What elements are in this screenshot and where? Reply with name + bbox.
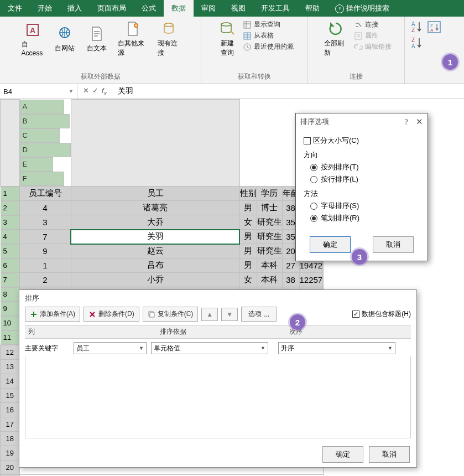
cell[interactable]: 员工 bbox=[71, 186, 239, 201]
has-header-checkbox[interactable]: ✓数据包含标题(H) bbox=[352, 309, 411, 319]
enter-formula-icon[interactable]: ✓ bbox=[92, 86, 98, 96]
cell[interactable]: 关羽 bbox=[71, 230, 239, 244]
cell[interactable]: 小乔 bbox=[71, 273, 239, 287]
cell[interactable]: 3 bbox=[19, 215, 71, 230]
from-access-button[interactable]: A自 Access bbox=[17, 19, 48, 59]
sort-cancel-button[interactable]: 取消 bbox=[369, 446, 410, 463]
connections-button[interactable]: 连接 bbox=[354, 20, 392, 29]
cell[interactable] bbox=[323, 273, 324, 287]
cell[interactable]: 9 bbox=[19, 244, 71, 258]
case-sensitive-checkbox[interactable]: 区分大小写(C) bbox=[304, 136, 420, 146]
tab-dev[interactable]: 开发工具 bbox=[253, 0, 298, 17]
edit-links-button[interactable]: 编辑链接 bbox=[354, 42, 392, 51]
from-web-button[interactable]: 自网站 bbox=[49, 19, 80, 59]
cell[interactable]: 大乔 bbox=[71, 215, 239, 230]
row-header[interactable]: 19 bbox=[1, 446, 20, 460]
show-queries-button[interactable]: 显示查询 bbox=[243, 20, 294, 29]
cell[interactable]: 1 bbox=[19, 258, 71, 273]
col-header[interactable]: F bbox=[20, 172, 64, 186]
col-header[interactable]: A bbox=[20, 100, 64, 114]
cell[interactable]: 诸葛亮 bbox=[71, 201, 239, 215]
sort-column-select[interactable]: 员工▼ bbox=[74, 342, 147, 354]
sort-asc-icon[interactable]: AZ bbox=[409, 20, 424, 34]
add-level-button[interactable]: 添加条件(A) bbox=[25, 307, 80, 322]
options-cancel-button[interactable]: 取消 bbox=[373, 236, 414, 253]
col-header[interactable]: B bbox=[20, 114, 70, 128]
cell[interactable]: 7 bbox=[19, 230, 71, 244]
sort-desc-icon[interactable]: ZA bbox=[409, 36, 424, 50]
tab-file[interactable]: 文件 bbox=[0, 0, 30, 17]
stroke-sort-radio[interactable]: 笔划排序(R) bbox=[304, 213, 420, 223]
name-box[interactable]: B4▼ bbox=[0, 84, 77, 99]
sort-options-button[interactable]: 选项... bbox=[241, 307, 277, 322]
tab-view[interactable]: 视图 bbox=[223, 0, 253, 17]
tab-pagelayout[interactable]: 页面布局 bbox=[90, 0, 134, 17]
existing-conn-button[interactable]: 现有连接 bbox=[153, 19, 184, 59]
col-header[interactable]: D bbox=[20, 143, 71, 157]
cell[interactable]: 4 bbox=[19, 201, 71, 215]
move-up-button[interactable]: ▲ bbox=[201, 308, 218, 321]
row-header[interactable]: 12 bbox=[1, 345, 20, 359]
cell[interactable]: 本科 bbox=[257, 258, 282, 273]
from-table-button[interactable]: 从表格 bbox=[243, 31, 294, 40]
move-down-button[interactable]: ▼ bbox=[221, 308, 238, 321]
cell[interactable]: 男 bbox=[239, 244, 257, 258]
row-header[interactable]: 10 bbox=[1, 316, 19, 330]
cell[interactable]: 博士 bbox=[257, 201, 282, 215]
cell[interactable]: 学历 bbox=[257, 186, 282, 201]
row-header[interactable]: 14 bbox=[1, 374, 20, 388]
row-header[interactable]: 17 bbox=[1, 417, 20, 431]
fx-icon[interactable]: fx bbox=[102, 86, 107, 96]
alpha-sort-radio[interactable]: 字母排序(S) bbox=[304, 201, 420, 211]
row-header[interactable]: 5 bbox=[1, 244, 19, 258]
row-header[interactable]: 20 bbox=[1, 460, 20, 474]
help-icon[interactable]: ? bbox=[404, 117, 408, 127]
tell-me-search[interactable]: ♀操作说明搜索 bbox=[327, 0, 397, 17]
row-header[interactable]: 13 bbox=[1, 359, 20, 374]
row-header[interactable]: 9 bbox=[1, 302, 19, 316]
cell[interactable]: 性别 bbox=[239, 186, 257, 201]
cell[interactable]: 本科 bbox=[257, 273, 282, 287]
refresh-all-button[interactable]: 全部刷新 bbox=[320, 19, 352, 59]
from-text-button[interactable]: 自文本 bbox=[81, 19, 112, 59]
sort-order-select[interactable]: 升序▼ bbox=[278, 342, 395, 354]
cell[interactable]: 研究生 bbox=[257, 244, 282, 258]
row-header[interactable]: 11 bbox=[1, 330, 19, 345]
cell[interactable]: 2 bbox=[19, 273, 71, 287]
col-header[interactable]: C bbox=[20, 128, 60, 143]
cell[interactable]: 男 bbox=[239, 201, 257, 215]
select-all-corner[interactable] bbox=[1, 100, 20, 187]
row-header[interactable]: 3 bbox=[1, 215, 19, 230]
sort-dialog-icon[interactable]: ZA bbox=[427, 20, 441, 34]
tab-insert[interactable]: 插入 bbox=[60, 0, 90, 17]
formula-input[interactable]: 关羽 bbox=[112, 85, 464, 97]
tab-data[interactable]: 数据 bbox=[164, 0, 194, 17]
cell[interactable]: 男 bbox=[239, 258, 257, 273]
row-header[interactable]: 1 bbox=[1, 187, 19, 201]
tab-help[interactable]: 帮助 bbox=[298, 0, 327, 17]
delete-level-button[interactable]: 删除条件(D) bbox=[84, 307, 139, 322]
cell[interactable]: 38 bbox=[282, 273, 299, 287]
row-header[interactable]: 18 bbox=[1, 431, 20, 446]
cell[interactable]: 12257 bbox=[299, 273, 323, 287]
tab-review[interactable]: 审阅 bbox=[194, 0, 223, 17]
cancel-formula-icon[interactable]: ✕ bbox=[83, 86, 89, 96]
cell[interactable]: 员工编号 bbox=[19, 186, 71, 201]
tab-home[interactable]: 开始 bbox=[30, 0, 60, 17]
from-other-button[interactable]: 自其他来源 bbox=[113, 19, 152, 59]
cell[interactable]: 吕布 bbox=[71, 258, 239, 273]
sort-on-select[interactable]: 单元格值▼ bbox=[151, 342, 268, 354]
sort-by-row-radio[interactable]: 按行排序(L) bbox=[304, 174, 420, 184]
row-header[interactable]: 7 bbox=[1, 273, 19, 287]
row-header[interactable]: 15 bbox=[1, 388, 20, 402]
row-header[interactable]: 4 bbox=[1, 230, 19, 244]
row-header[interactable]: 2 bbox=[1, 201, 19, 215]
cell[interactable]: 研究生 bbox=[257, 215, 282, 230]
cell[interactable]: 女 bbox=[239, 215, 257, 230]
close-icon[interactable]: ✕ bbox=[416, 117, 423, 127]
sort-ok-button[interactable]: 确定 bbox=[322, 446, 363, 463]
properties-button[interactable]: 属性 bbox=[354, 31, 392, 40]
tab-formulas[interactable]: 公式 bbox=[134, 0, 164, 17]
col-header[interactable]: E bbox=[20, 157, 53, 172]
cell[interactable]: 研究生 bbox=[257, 230, 282, 244]
